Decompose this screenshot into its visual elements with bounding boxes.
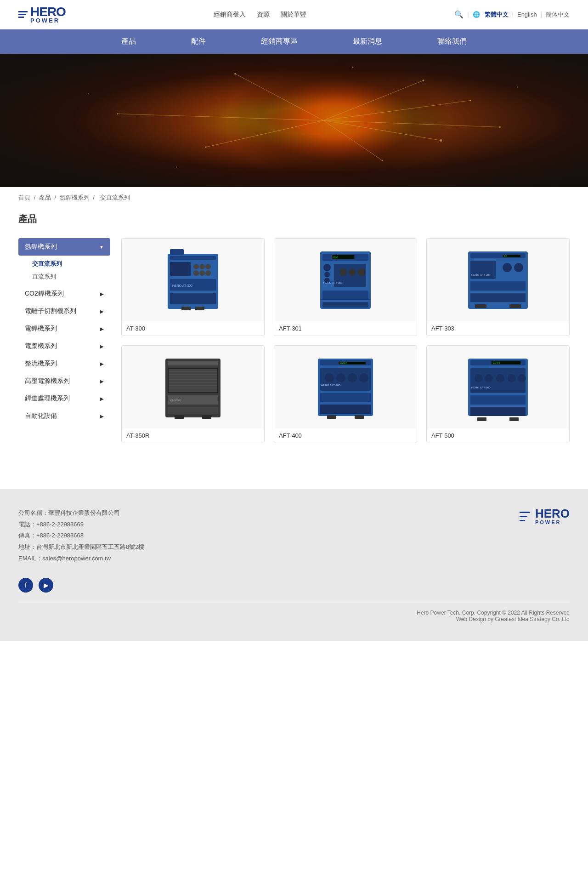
svg-text:HERO AFT-500: HERO AFT-500 xyxy=(471,386,491,389)
breadcrumb-products[interactable]: 產品 xyxy=(39,194,51,201)
logo[interactable]: HERO POWER xyxy=(18,6,66,23)
footer-logo-line-3 xyxy=(520,520,525,521)
svg-point-28 xyxy=(193,270,199,276)
svg-rect-49 xyxy=(322,302,368,308)
product-AFT-400-label: AFT-400 xyxy=(274,428,417,443)
svg-rect-24 xyxy=(170,262,191,276)
sidebar-tig[interactable]: 氬銲機系列 ▼ xyxy=(18,238,110,256)
hero-banner xyxy=(0,54,588,187)
nav-accessories[interactable]: 配件 xyxy=(164,29,233,54)
product-AT-350R[interactable]: AT-350R AT-350R xyxy=(121,345,265,443)
sidebar-arc[interactable]: 電銲機系列 ▶ xyxy=(18,320,110,337)
sidebar-rectifier[interactable]: 整流機系列 ▶ xyxy=(18,355,110,372)
spark-svg xyxy=(0,54,588,187)
svg-point-12 xyxy=(382,160,383,161)
sidebar-weld-process-label: 銲道處理機系列 xyxy=(25,394,70,403)
lang-simplified[interactable]: 簡体中文 xyxy=(546,11,570,19)
nav-dealer-login[interactable]: 經銷商登入 xyxy=(214,11,246,19)
svg-point-104 xyxy=(496,374,504,382)
product-AFT-400[interactable]: 0.0 0.0 HERO AFT-400 xyxy=(274,345,417,443)
svg-point-58 xyxy=(503,263,512,272)
globe-icon: 🌐 xyxy=(473,11,480,18)
breadcrumb-tig[interactable]: 氬銲機系列 xyxy=(60,194,90,201)
footer-logo[interactable]: HERO POWER xyxy=(520,508,570,525)
product-AFT-301[interactable]: 000 HERO AFT-301 xyxy=(274,238,417,336)
svg-rect-66 xyxy=(168,361,218,365)
lang-english[interactable]: English xyxy=(517,11,537,18)
lang-traditional[interactable]: 繁體中文 xyxy=(485,11,509,19)
sidebar-co2-arrow: ▶ xyxy=(100,291,104,297)
logo-line-3 xyxy=(18,17,24,18)
product-AT-350R-label: AT-350R xyxy=(122,428,264,443)
product-AFT-500-name: AFT-500 xyxy=(431,432,454,439)
products-row-1: HERO AT-300 AT-300 xyxy=(121,238,570,336)
sidebar-tig-label: 氬銲機系列 xyxy=(25,243,57,251)
youtube-icon[interactable]: ▶ xyxy=(39,578,53,593)
footer-fax: 傳真：+886-2-22983668 xyxy=(18,530,144,542)
lang-divider-3: | xyxy=(541,11,542,18)
footer-copyright: Hero Power Tech. Corp. Copyright © 2022 … xyxy=(18,610,570,616)
svg-text:HERO AFT-303: HERO AFT-303 xyxy=(471,274,491,276)
svg-point-13 xyxy=(234,73,236,75)
footer-logo-lines xyxy=(520,512,530,521)
product-AT-300-label: AT-300 xyxy=(122,321,264,336)
search-button[interactable]: 🔍 xyxy=(454,10,464,19)
sidebar-plasma-cut[interactable]: 電離子切割機系列 ▶ xyxy=(18,302,110,320)
svg-point-16 xyxy=(117,113,119,114)
svg-rect-93 xyxy=(327,415,336,419)
sidebar-tig-sub: 交直流系列 直流系列 xyxy=(18,256,110,285)
product-AFT-303-img: 0.0 HERO AFT-303 xyxy=(427,239,569,321)
nav-resources[interactable]: 資源 xyxy=(257,11,270,19)
svg-point-25 xyxy=(193,264,199,269)
svg-rect-48 xyxy=(322,291,368,300)
product-AFT-500[interactable]: 0.0 0.0 HERO xyxy=(426,345,570,443)
sidebar-hv-power[interactable]: 高壓電源機系列 ▶ xyxy=(18,372,110,390)
sidebar-weld-process[interactable]: 銲道處理機系列 ▶ xyxy=(18,390,110,407)
nav-products[interactable]: 產品 xyxy=(94,29,164,54)
svg-point-106 xyxy=(518,374,526,382)
svg-rect-94 xyxy=(355,415,364,419)
product-AT-350R-img: AT-350R xyxy=(122,346,264,428)
header-nav: 經銷商登入 資源 關於華豐 xyxy=(214,11,306,19)
svg-rect-109 xyxy=(477,417,486,421)
svg-point-27 xyxy=(205,264,211,269)
sidebar-hv-power-label: 高壓電源機系列 xyxy=(25,377,70,385)
nav-dealer-zone[interactable]: 經銷商專區 xyxy=(233,29,325,54)
products-grid: HERO AT-300 AT-300 xyxy=(121,238,570,452)
product-AFT-301-visual: 000 HERO AFT-301 xyxy=(274,239,417,321)
product-AFT-301-label: AFT-301 xyxy=(274,321,417,336)
breadcrumb-current: 交直流系列 xyxy=(100,194,130,201)
product-AT-300-name: AT-300 xyxy=(126,325,145,332)
product-AFT-303[interactable]: 0.0 HERO AFT-303 xyxy=(426,238,570,336)
products-layout: 氬銲機系列 ▼ 交直流系列 直流系列 CO2銲機系列 ▶ 電離子切割機系列 ▶ … xyxy=(18,238,570,452)
svg-point-103 xyxy=(485,374,493,382)
footer-bottom: Hero Power Tech. Corp. Copyright © 2022 … xyxy=(18,602,570,622)
svg-text:0.0: 0.0 xyxy=(504,255,507,257)
svg-rect-34 xyxy=(195,307,204,310)
svg-rect-32 xyxy=(170,293,216,304)
footer-logo-hero: HERO xyxy=(535,508,570,519)
product-AT-300[interactable]: HERO AT-300 AT-300 xyxy=(121,238,265,336)
svg-point-29 xyxy=(199,270,205,276)
lang-divider-1: | xyxy=(467,11,469,18)
footer-logo-line-1 xyxy=(520,512,530,513)
svg-point-102 xyxy=(475,374,483,382)
nav-news[interactable]: 最新消息 xyxy=(325,29,410,54)
sidebar-co2[interactable]: CO2銲機系列 ▶ xyxy=(18,285,110,302)
breadcrumb-home[interactable]: 首頁 xyxy=(18,194,30,201)
svg-point-88 xyxy=(336,373,345,382)
aft400-svg: 0.0 0.0 HERO AFT-400 xyxy=(316,352,375,423)
nav-contact[interactable]: 聯絡我們 xyxy=(410,29,494,54)
sidebar-plasma-arrow: ▶ xyxy=(100,344,104,349)
nav-about[interactable]: 關於華豐 xyxy=(281,11,306,19)
header: HERO POWER 經銷商登入 資源 關於華豐 🔍 | 🌐 繁體中文 | En… xyxy=(0,0,588,29)
facebook-icon[interactable]: f xyxy=(18,578,33,593)
logo-text: HERO POWER xyxy=(30,6,66,23)
sidebar-dc[interactable]: 直流系列 xyxy=(28,270,110,283)
sidebar-ac-dc[interactable]: 交直流系列 xyxy=(28,257,110,270)
sidebar-automation[interactable]: 自動化設備 ▶ xyxy=(18,407,110,425)
product-AFT-303-visual: 0.0 HERO AFT-303 xyxy=(427,239,569,321)
logo-lines xyxy=(18,11,28,18)
sidebar-arc-label: 電銲機系列 xyxy=(25,325,57,333)
sidebar-plasma[interactable]: 電漿機系列 ▶ xyxy=(18,337,110,355)
